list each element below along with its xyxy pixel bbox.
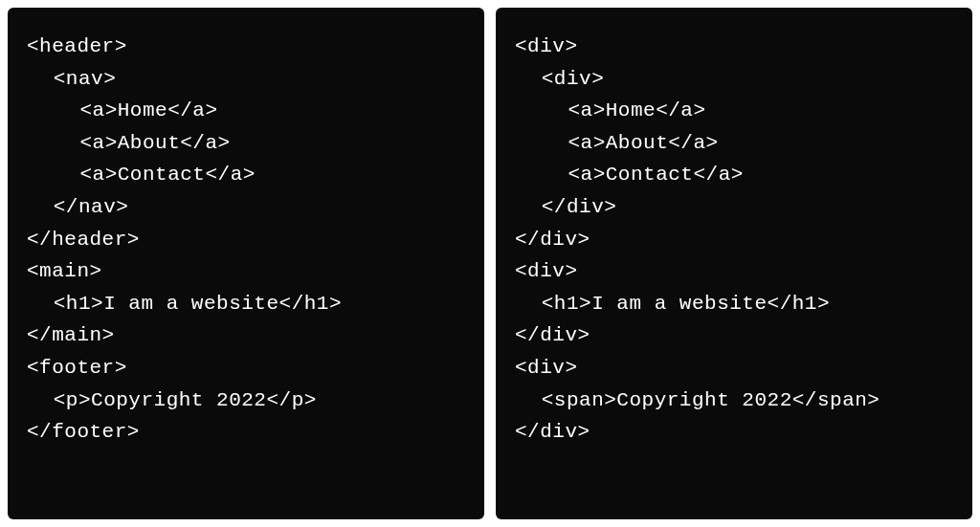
code-line: <a>About</a> (27, 127, 465, 160)
left-code-panel: <header> <nav> <a>Home</a> <a>About</a> … (8, 8, 484, 519)
code-line: <div> (515, 63, 953, 96)
code-line: <span>Copyright 2022</span> (515, 384, 953, 417)
code-line: <h1>I am a website</h1> (27, 288, 465, 320)
code-line: <a>Contact</a> (27, 159, 465, 191)
code-line: <div> (515, 255, 953, 288)
code-line: <a>Home</a> (515, 95, 953, 127)
code-line: <main> (27, 255, 465, 288)
code-line: <header> (27, 31, 465, 63)
code-line: <a>About</a> (515, 127, 953, 160)
code-line: <p>Copyright 2022</p> (27, 384, 465, 417)
code-line: </div> (515, 224, 953, 256)
code-line: <a>Contact</a> (515, 159, 953, 191)
code-line: </header> (27, 224, 465, 256)
code-line: <h1>I am a website</h1> (515, 288, 953, 320)
code-line: <footer> (27, 352, 465, 384)
code-line: </nav> (27, 191, 465, 224)
code-line: <nav> (27, 63, 465, 96)
code-line: <a>Home</a> (27, 95, 465, 127)
code-line: <div> (515, 352, 953, 384)
code-line: </footer> (27, 416, 465, 449)
code-line: <div> (515, 31, 953, 63)
code-line: </main> (27, 319, 465, 352)
right-code-panel: <div> <div> <a>Home</a> <a>About</a> <a>… (496, 8, 972, 519)
code-line: </div> (515, 191, 953, 224)
code-line: </div> (515, 319, 953, 352)
code-line: </div> (515, 416, 953, 449)
